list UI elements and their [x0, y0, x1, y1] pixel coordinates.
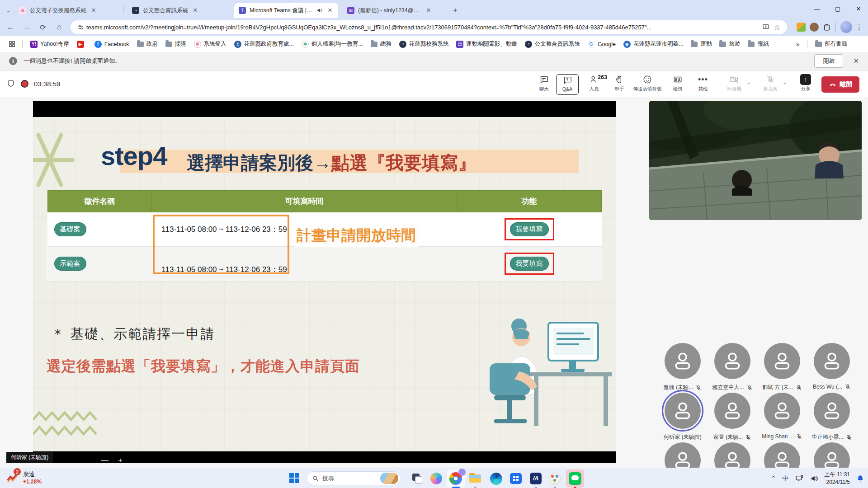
- bookmark-folder-gov[interactable]: 政府: [137, 40, 158, 48]
- case-basic-button[interactable]: 基礎案: [54, 222, 86, 236]
- view-button[interactable]: 檢視: [666, 74, 689, 92]
- slide-zoom-in-button[interactable]: +: [118, 456, 123, 465]
- chat-button[interactable]: 聊天: [532, 74, 556, 92]
- mic-button-disabled[interactable]: 麥克風: [759, 74, 782, 92]
- address-bar[interactable]: teams.microsoft.com/v2/?meetingjoin=true…: [71, 20, 787, 34]
- people-button[interactable]: 263 人員: [582, 74, 606, 92]
- taskbar-search[interactable]: 搜尋: [307, 471, 401, 485]
- raise-hand-button[interactable]: 舉手: [608, 74, 631, 92]
- bookmark-system-login[interactable]: ❁系統登入: [194, 40, 226, 48]
- bookmark-google[interactable]: GGoogle: [588, 41, 616, 48]
- forward-button[interactable]: →: [21, 21, 33, 33]
- display-network-icon[interactable]: [795, 474, 804, 483]
- camera-button-disabled[interactable]: 照相機: [722, 74, 746, 92]
- edge-button[interactable]: [489, 472, 503, 485]
- qa-button-active[interactable]: ? Q&A: [556, 74, 579, 95]
- hidden-icons-chevron[interactable]: ⌃: [771, 475, 776, 482]
- site-info-icon[interactable]: [77, 24, 84, 31]
- bookmarks-overflow-button[interactable]: »: [796, 40, 799, 48]
- case-demo-button[interactable]: 示範案: [54, 257, 86, 271]
- bookmark-junyi[interactable]: ✻個人檔案|均一教育...: [302, 40, 363, 48]
- window-minimize-button[interactable]: —: [810, 4, 824, 14]
- browser-menu-icon[interactable]: ⋮: [856, 23, 863, 31]
- extension-monkey-icon[interactable]: [810, 23, 819, 32]
- line-app-button-active[interactable]: [566, 469, 584, 488]
- tab-close-icon[interactable]: ✕: [425, 7, 432, 14]
- participant-tile[interactable]: 郁斌 方 (未...: [757, 342, 807, 392]
- notification-close-icon[interactable]: ✕: [853, 57, 859, 65]
- fill-in-button[interactable]: 我要填寫: [510, 222, 549, 236]
- tab-close-icon[interactable]: ✕: [192, 7, 199, 14]
- install-icon[interactable]: [762, 23, 769, 31]
- participant-tile[interactable]: 雅涵 (未驗...: [658, 342, 708, 392]
- mic-options-chevron[interactable]: ⌄: [783, 80, 787, 85]
- leave-button[interactable]: 離開: [821, 76, 859, 93]
- ime-language-indicator[interactable]: 中: [783, 474, 788, 483]
- fill-in-button[interactable]: 我要填寫: [510, 257, 549, 271]
- slash-a-app-button[interactable]: /A: [529, 472, 542, 485]
- ms-store-button[interactable]: [509, 472, 523, 485]
- participant-tile-active-speaker[interactable]: 何昕家 (未驗證): [658, 392, 708, 441]
- browser-tab-1[interactable]: ❁ 公文電子交換服務系統 ✕: [14, 3, 121, 18]
- window-maximize-button[interactable]: ▢: [831, 4, 844, 14]
- window-close-button[interactable]: ✕: [852, 4, 865, 14]
- all-bookmarks-button[interactable]: 所有書籤: [815, 40, 847, 48]
- task-view-button[interactable]: [410, 472, 424, 485]
- bookmark-facebook[interactable]: fFacebook: [94, 41, 129, 48]
- bookmark-folder-news[interactable]: 報紙: [748, 40, 769, 48]
- notification-bell-icon[interactable]: [856, 474, 864, 483]
- enable-notifications-button[interactable]: 開啟: [814, 54, 843, 68]
- apps-grid-icon[interactable]: [8, 40, 16, 48]
- home-button[interactable]: ⌂: [53, 21, 65, 33]
- file-explorer-button[interactable]: [468, 472, 482, 485]
- participant-tile[interactable]: Ming Shan ...: [757, 392, 807, 441]
- bookmark-edu-bureau[interactable]: ⚓花蓮縣政府教育處...: [234, 40, 294, 48]
- toolbar-divider: [719, 76, 719, 92]
- profile-avatar[interactable]: [840, 21, 852, 33]
- participant-tile[interactable]: 家萱 (未驗...: [708, 392, 757, 441]
- camera-options-chevron[interactable]: ⌄: [747, 80, 751, 85]
- tab-audio-icon[interactable]: [316, 7, 323, 14]
- bookmark-folder-travel[interactable]: 旅遊: [719, 40, 740, 48]
- bookmark-youtube[interactable]: ▶: [77, 41, 87, 48]
- bookmark-yahoo[interactable]: Y!Yahoo!奇摩: [30, 40, 69, 48]
- bookmark-folder-procurement[interactable]: 採購: [165, 40, 186, 48]
- start-button[interactable]: [289, 473, 299, 483]
- browser-tab-4[interactable]: ✉ (無新信) - sinly1234@yahoo.c... ✕: [343, 3, 443, 18]
- tab-close-icon[interactable]: ✕: [326, 7, 334, 14]
- bookmark-sport-movies[interactable]: ▤運動相關電影、動畫: [456, 40, 517, 48]
- paint-button[interactable]: [548, 472, 561, 485]
- extensions-icon[interactable]: [823, 23, 831, 31]
- copilot-button[interactable]: [429, 472, 443, 485]
- browser-tab-3-active[interactable]: T Microsoft Teams 會議 | Mi ✕: [234, 3, 338, 18]
- chrome-taskbar-button-active[interactable]: [447, 469, 465, 488]
- more-button[interactable]: ••• 其他: [691, 74, 715, 92]
- share-button[interactable]: ↑ 分享: [794, 74, 817, 92]
- tab-close-icon[interactable]: ✕: [90, 7, 97, 14]
- participant-tile[interactable]: 中正國小梁...: [807, 392, 857, 441]
- folder-icon: [165, 42, 172, 47]
- bookmark-folder-sport[interactable]: 運動: [691, 40, 712, 48]
- meeting-timer: 03:38:59: [34, 80, 60, 88]
- participant-tile[interactable]: 國立空中大...: [708, 342, 757, 392]
- bookmark-folder-general[interactable]: 總務: [371, 40, 392, 48]
- volume-icon[interactable]: [810, 474, 818, 483]
- tab-search-button[interactable]: ⌄: [2, 3, 14, 18]
- widgets-button[interactable]: 2 廣達 +1.28%: [6, 470, 42, 485]
- taskbar-clock[interactable]: 上午 11:31 2024/11/5: [825, 471, 850, 485]
- extension-epki-icon[interactable]: [797, 23, 806, 32]
- back-button[interactable]: ←: [5, 21, 16, 33]
- browser-toolbar: ← → ⟳ ⌂ teams.microsoft.com/v2/?meetingj…: [0, 18, 868, 36]
- bookmark-star-icon[interactable]: ☆: [774, 23, 780, 32]
- browser-tab-2[interactable]: ◔ 公文整合資訊系統 ✕: [127, 3, 229, 18]
- bookmark-mingyi[interactable]: 🜨花蓮縣花蓮市明義...: [623, 40, 683, 48]
- new-tab-button[interactable]: +: [448, 3, 461, 18]
- presenter-video-tile[interactable]: [649, 101, 862, 220]
- participant-tile[interactable]: Bess Wu (...: [807, 342, 857, 392]
- reactions-button[interactable]: 傳送表情符號: [632, 74, 663, 92]
- slide-zoom-out-button[interactable]: —: [101, 456, 108, 465]
- bookmark-doc-system[interactable]: ◔公文整合資訊系統: [525, 40, 580, 48]
- bookmark-school-system[interactable]: ◔花蓮縣校務系統: [399, 40, 449, 48]
- url-text[interactable]: teams.microsoft.com/v2/?meetingjoin=true…: [86, 24, 760, 31]
- reload-button[interactable]: ⟳: [37, 21, 49, 33]
